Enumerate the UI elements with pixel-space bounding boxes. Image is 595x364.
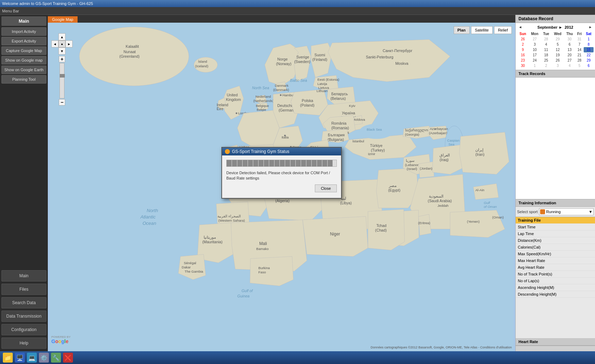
- dialog-overlay: GS-Sport Training Gym Status: [48, 23, 515, 351]
- cal-day[interactable]: 3: [551, 63, 564, 68]
- cal-day[interactable]: 2: [517, 42, 528, 47]
- sidebar-configuration-section[interactable]: Configuration: [1, 324, 46, 335]
- cal-day[interactable]: 10: [528, 47, 541, 52]
- training-field-value: [588, 271, 595, 277]
- show-google-map-button[interactable]: Show on Google map: [1, 56, 46, 64]
- export-activity-button[interactable]: Export Activity: [1, 37, 46, 45]
- training-field-label: No of Track Point(s): [516, 271, 588, 277]
- import-activity-button[interactable]: Import Activity: [1, 27, 46, 36]
- cal-day[interactable]: 30: [517, 63, 528, 68]
- cal-day[interactable]: 21: [575, 52, 584, 58]
- cal-day[interactable]: 3: [528, 42, 541, 47]
- right-scrollbar[interactable]: [516, 346, 595, 351]
- sport-value: Running: [546, 210, 561, 214]
- map-tab-google-map[interactable]: Google Map: [48, 16, 78, 23]
- cal-day[interactable]: 6: [564, 42, 575, 47]
- cal-day[interactable]: 4: [541, 42, 551, 47]
- cal-day[interactable]: 15: [584, 47, 594, 52]
- dialog-close-button[interactable]: Close: [315, 184, 337, 192]
- cal-day[interactable]: 22: [584, 52, 594, 58]
- cal-header: ◄ September ► 2012 ►: [517, 24, 594, 30]
- sidebar-sections: Main Files Search Data Data Transmission…: [1, 270, 46, 350]
- sidebar-files-section[interactable]: Files: [1, 284, 46, 295]
- cal-day[interactable]: 20: [564, 52, 575, 58]
- cal-day[interactable]: 7: [575, 42, 584, 47]
- cal-day[interactable]: 28: [575, 58, 584, 63]
- sidebar-main-section[interactable]: Main: [1, 270, 46, 281]
- cal-day[interactable]: 25: [541, 58, 551, 63]
- cal-prev-btn[interactable]: ◄: [517, 24, 523, 30]
- taskbar-icon-1[interactable]: 🖥️: [15, 353, 25, 363]
- cal-day[interactable]: 1: [528, 63, 541, 68]
- cal-day[interactable]: 27: [564, 58, 575, 63]
- cal-day[interactable]: 6: [584, 63, 594, 68]
- cal-day[interactable]: 29: [551, 36, 564, 42]
- dialog-message: Device Detection failed, Please check de…: [226, 170, 337, 181]
- training-table: Training FileStart TimeLap TimeDistance(…: [516, 217, 595, 298]
- menubar: Menu Bar: [0, 7, 595, 15]
- cal-day[interactable]: 1: [584, 36, 594, 42]
- cal-day[interactable]: 28: [541, 36, 551, 42]
- taskbar-icon-5[interactable]: ❌: [63, 353, 73, 363]
- training-row: No of Track Point(s): [516, 271, 595, 277]
- dialog-titlebar: GS-Sport Training Gym Status: [222, 148, 341, 155]
- cal-day[interactable]: 5: [551, 42, 564, 47]
- heart-rate-header: Heart Rate: [516, 338, 595, 346]
- cal-week-row: 30123456: [517, 63, 594, 68]
- training-row: Training File: [516, 217, 595, 224]
- cal-day[interactable]: 29: [584, 58, 594, 63]
- cal-day[interactable]: 26: [517, 36, 528, 42]
- training-field-label: Descending Height(M): [516, 291, 588, 297]
- training-tbody: Training FileStart TimeLap TimeDistance(…: [516, 217, 595, 298]
- planning-tool-button[interactable]: Planning Tool: [1, 75, 46, 84]
- training-field-value: [588, 250, 595, 257]
- show-google-earth-button[interactable]: Show on Google Earth: [1, 66, 46, 74]
- cal-day[interactable]: 18: [541, 52, 551, 58]
- taskbar-icon-2[interactable]: 💻: [27, 353, 37, 363]
- cal-day[interactable]: 13: [564, 47, 575, 52]
- taskbar-icon-0[interactable]: 📁: [3, 353, 13, 363]
- sidebar-help-section[interactable]: Help: [1, 337, 46, 349]
- sport-label: Select sport: [517, 210, 538, 214]
- cal-day[interactable]: 16: [517, 52, 528, 58]
- map-container: Google Map Plan Satellite Relief ▲ ◄ ● ►: [48, 15, 515, 351]
- cal-day[interactable]: 4: [564, 63, 575, 68]
- capture-google-map-button[interactable]: Capture Google Map: [1, 46, 46, 55]
- cal-day[interactable]: 30: [564, 36, 575, 42]
- taskbar-icon-3[interactable]: ⚙️: [39, 353, 49, 363]
- cal-day[interactable]: 11: [541, 47, 551, 52]
- cal-day[interactable]: 17: [528, 52, 541, 58]
- training-field-value: [588, 264, 595, 271]
- cal-day[interactable]: 8: [584, 42, 594, 47]
- cal-day[interactable]: 5: [575, 63, 584, 68]
- cal-day[interactable]: 23: [517, 58, 528, 63]
- cal-day[interactable]: 12: [551, 47, 564, 52]
- cal-week-row: 16171819202122: [517, 52, 594, 58]
- track-list: [516, 78, 595, 199]
- training-field-label: Distance(Km): [516, 237, 588, 244]
- cal-day[interactable]: 14: [575, 47, 584, 52]
- training-field-label: No of Lap(s): [516, 277, 588, 284]
- menubar-label[interactable]: Menu Bar: [2, 9, 19, 13]
- training-field-value: [588, 291, 595, 297]
- training-field-label: Start Time: [516, 223, 588, 230]
- cal-day[interactable]: 24: [528, 58, 541, 63]
- training-field-value: [588, 257, 595, 264]
- training-row: Start Time: [516, 223, 595, 230]
- cal-next-btn[interactable]: ►: [587, 24, 594, 30]
- sport-select-dropdown[interactable]: Running ▼: [539, 208, 594, 215]
- dialog-footer: Close: [226, 184, 337, 194]
- map-view[interactable]: Plan Satellite Relief ▲ ◄ ● ► ▼ +: [48, 23, 515, 351]
- sidebar-data-transmission-section[interactable]: Data Transmission: [1, 311, 46, 322]
- sidebar-search-data-section[interactable]: Search Data: [1, 297, 46, 308]
- cal-day[interactable]: 31: [575, 36, 584, 42]
- cal-day[interactable]: 26: [551, 58, 564, 63]
- cal-day[interactable]: 19: [551, 52, 564, 58]
- cal-day[interactable]: 9: [517, 47, 528, 52]
- cal-day[interactable]: 27: [528, 36, 541, 42]
- taskbar-icon-4[interactable]: 🔧: [51, 353, 61, 363]
- training-field-value: [588, 217, 595, 224]
- cal-month-year: September ► 2012: [523, 25, 587, 29]
- cal-day[interactable]: 2: [541, 63, 551, 68]
- sport-dropdown-arrow: ▼: [589, 210, 593, 214]
